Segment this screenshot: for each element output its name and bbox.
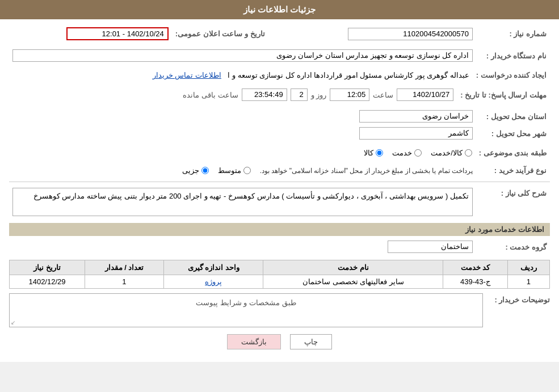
khadamat-section-title: اطلاعات خدمات مورد نیاز — [9, 223, 550, 236]
farayand-value: پرداخت تمام یا بخشی از مبلغ خریدار از مح… — [9, 164, 476, 177]
ijad-value: عبداله گوهری پور کارشناس مسئول امور قرار… — [9, 69, 473, 82]
ijad-label: ایجاد کننده درخواست : — [473, 69, 550, 82]
nam-dastgah-value: اداره کل نوسازی توسعه و تجهیز مدارس استا… — [9, 47, 476, 64]
tabaqe-radio-group: کالا/خدمت خدمت کالا — [12, 149, 472, 157]
mohlet-saat: 12:05 — [330, 88, 369, 101]
radio-kala-khedmat-label: کالا/خدمت — [431, 149, 463, 157]
mohlet-tarikh: 1402/10/27 — [397, 88, 453, 101]
radio-motevaset-item[interactable]: متوسط — [218, 166, 251, 175]
mohlet-boxes: 1402/10/27 ساعت 12:05 روز و 2 23:54:49 س… — [12, 88, 453, 101]
col-tedad: تعداد / مقدار — [85, 260, 163, 275]
shomare-niaz-value: 1102004542000570 — [280, 25, 476, 43]
info-table-farayand: نوع فرآیند خرید : پرداخت تمام یا بخشی از… — [9, 164, 550, 177]
separator-1 — [9, 182, 550, 182]
cell-radif: 1 — [507, 275, 549, 289]
buyer-notes-section: توضیحات خریدار : طبق مشخصات و شرایط پیوس… — [9, 293, 550, 327]
sharh-text: تکمیل ( سرویس بهداشتی ، آبخوری ، دیوارکش… — [33, 192, 469, 200]
farayand-radio-group: پرداخت تمام یا بخشی از مبلغ خریدار از مح… — [12, 166, 473, 175]
cell-kod: ج-43-439 — [443, 275, 507, 289]
shomare-niaz-label: شماره نیاز : — [476, 25, 550, 43]
groh-value: ساختمان — [9, 238, 476, 255]
tabaqe-label: طبقه بندی موضوعی : — [476, 146, 550, 159]
info-table-sharh: شرح کلی نیاز : تکمیل ( سرویس بهداشتی ، آ… — [9, 186, 550, 218]
nam-dastgah-label: نام دستگاه خریدار : — [476, 47, 550, 64]
sharh-value: تکمیل ( سرویس بهداشتی ، آبخوری ، دیوارکش… — [9, 186, 476, 218]
radio-jezyi[interactable] — [201, 167, 209, 174]
cell-tarikh: 1402/12/29 — [10, 275, 85, 289]
col-nam: نام خدمت — [263, 260, 443, 275]
page-wrapper: جزئیات اطلاعات نیاز شماره نیاز : 1102004… — [0, 0, 559, 362]
info-table-ostan: استان محل تحویل : خراسان رضوی شهر محل تح… — [9, 108, 550, 142]
content-area: شماره نیاز : 1102004542000570 تاریخ و سا… — [0, 19, 559, 362]
groh-label: گروه خدمت : — [476, 238, 550, 255]
radio-khedmat[interactable] — [414, 149, 422, 157]
shahr-input: کاشمر — [359, 127, 473, 140]
sharh-box: تکمیل ( سرویس بهداشتی ، آبخوری ، دیوارکش… — [12, 188, 473, 216]
tozihat-text: طبق مشخصات و شرایط پیوست — [12, 298, 480, 307]
info-table-top: شماره نیاز : 1102004542000570 تاریخ و سا… — [9, 25, 550, 43]
info-table-ijad: ایجاد کننده درخواست : عبداله گوهری پور ک… — [9, 69, 550, 82]
ostan-label: استان محل تحویل : — [476, 108, 550, 125]
sahat-baghimande-label: ساعت باقی مانده — [183, 91, 238, 99]
radio-kala[interactable] — [376, 149, 383, 157]
tabaqe-radios: کالا/خدمت خدمت کالا — [9, 146, 476, 159]
mohlet-baghimande: 23:54:49 — [242, 88, 287, 101]
tarikh-elan-value: 1402/10/24 - 12:01 — [9, 25, 172, 43]
shomare-niaz-input: 1102004542000570 — [348, 28, 473, 40]
tozihat-label: توضیحات خریدار : — [487, 293, 550, 304]
radio-kala-item[interactable]: کالا — [364, 149, 383, 157]
radio-jezyi-item[interactable]: جزیی — [182, 166, 209, 175]
tarikh-elan-label: تاریخ و ساعت اعلان عمومی: — [172, 25, 268, 43]
radio-jezyi-label: جزیی — [182, 166, 199, 175]
farayand-label: نوع فرآیند خرید : — [476, 164, 550, 177]
info-table-groh: گروه خدمت : ساختمان — [9, 238, 550, 255]
table-row: 1ج-43-439سایر فعالیتهای تخصصی ساختمانپرو… — [10, 275, 550, 289]
radio-kala-khedmat[interactable] — [465, 149, 472, 157]
info-table-mohlet: مهلت ارسال پاسخ: تا تاریخ : 1402/10/27 س… — [9, 86, 550, 103]
page-header: جزئیات اطلاعات نیاز — [0, 0, 559, 19]
info-table-dastgah: نام دستگاه خریدار : اداره کل نوسازی توسع… — [9, 47, 550, 64]
radio-motevaset[interactable] — [243, 167, 251, 174]
sharh-label: شرح کلی نیاز : — [476, 186, 550, 218]
radio-khedmat-label: خدمت — [392, 149, 412, 157]
col-kod: کد خدمت — [443, 260, 507, 275]
tamas-link[interactable]: اطلاعات تماس خریدار — [153, 71, 221, 79]
page-title: جزئیات اطلاعات نیاز — [243, 5, 316, 14]
cell-tedad: 1 — [85, 275, 163, 289]
back-button[interactable]: بازگشت — [227, 334, 281, 349]
radio-motevaset-label: متوسط — [218, 166, 241, 175]
groh-input: ساختمان — [388, 241, 473, 253]
radio-khedmat-item[interactable]: خدمت — [392, 149, 422, 157]
shahr-value: کاشمر — [9, 125, 476, 142]
services-table: ردیف کد خدمت نام خدمت واحد اندازه گیری ت… — [9, 260, 550, 289]
buttons-row: چاپ بازگشت — [9, 334, 550, 349]
cell-nam: سایر فعالیتهای تخصصی ساختمان — [263, 275, 443, 289]
col-radif: ردیف — [507, 260, 549, 275]
info-table-tabaqe: طبقه بندی موضوعی : کالا/خدمت خدمت — [9, 146, 550, 159]
col-vahed: واحد اندازه گیری — [163, 260, 263, 275]
tarikh-elan-input: 1402/10/24 - 12:01 — [66, 27, 169, 40]
shahr-label: شهر محل تحویل : — [476, 125, 550, 142]
rooz-label: روز و — [311, 91, 327, 99]
print-button[interactable]: چاپ — [290, 334, 332, 349]
radio-kala-khedmat-item[interactable]: کالا/خدمت — [431, 149, 472, 157]
ostan-value: خراسان رضوی — [9, 108, 476, 125]
ijad-text: عبداله گوهری پور کارشناس مسئول امور قرار… — [228, 71, 469, 79]
farayand-note: پرداخت تمام یا بخشی از مبلغ خریدار از مح… — [260, 167, 473, 175]
mohlet-rooz: 2 — [291, 88, 308, 101]
cell-vahed[interactable]: پروژه — [163, 275, 263, 289]
ostan-input: خراسان رضوی — [359, 110, 473, 123]
mohlet-label: مهلت ارسال پاسخ: تا تاریخ : — [457, 86, 550, 103]
tozihat-box: طبق مشخصات و شرایط پیوست ↙ — [9, 293, 483, 327]
col-tarikh: تاریخ نیاز — [10, 260, 85, 275]
mohlet-value: 1402/10/27 ساعت 12:05 روز و 2 23:54:49 س… — [9, 86, 457, 103]
saat-label: ساعت — [373, 91, 393, 99]
radio-kala-label: کالا — [364, 149, 373, 157]
nam-dastgah-input: اداره کل نوسازی توسعه و تجهیز مدارس استا… — [12, 49, 473, 62]
resize-icon: ↙ — [11, 319, 15, 326]
